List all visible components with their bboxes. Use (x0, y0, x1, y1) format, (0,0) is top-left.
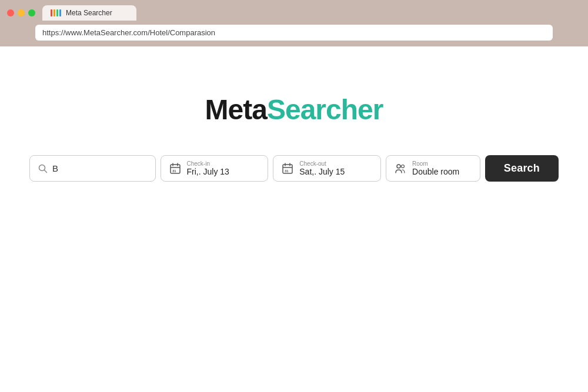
checkout-label: Check-out (299, 160, 345, 167)
tab-favicon (51, 9, 61, 16)
location-input[interactable] (52, 163, 147, 173)
room-field[interactable]: Room Double room (386, 155, 480, 182)
svg-line-1 (45, 170, 47, 172)
checkin-value: Fri,. July 13 (187, 167, 229, 176)
checkout-field[interactable]: 31 Check-out Sat,. July 15 (273, 155, 381, 182)
room-field-inner: Room Double room (412, 160, 459, 176)
logo-meta: Meta (205, 94, 267, 125)
checkin-calendar-icon: 31 (169, 163, 181, 175)
checkout-value: Sat,. July 15 (299, 167, 345, 176)
checkout-calendar-icon: 31 (282, 163, 293, 175)
svg-text:31: 31 (172, 169, 176, 173)
room-value: Double room (412, 167, 459, 176)
svg-point-12 (397, 165, 400, 168)
logo-searcher: Searcher (267, 94, 383, 125)
svg-text:31: 31 (285, 169, 289, 173)
checkout-field-inner: Check-out Sat,. July 15 (299, 160, 345, 176)
browser-tab[interactable]: Meta Searcher (42, 5, 136, 21)
close-button[interactable] (7, 9, 14, 16)
minimize-button[interactable] (18, 9, 25, 16)
browser-chrome: Meta Searcher https://www.MetaSearcher.c… (0, 0, 588, 46)
checkin-field-inner: Check-in Fri,. July 13 (187, 160, 229, 176)
svg-point-13 (402, 165, 405, 167)
room-label: Room (412, 160, 459, 167)
address-bar-row: https://www.MetaSearcher.com/Hotel/Compa… (0, 21, 588, 46)
window-controls (7, 9, 35, 16)
search-button[interactable]: Search (485, 155, 559, 182)
location-field[interactable] (29, 155, 156, 182)
page-content: MetaSearcher 31 Check-in Fri,. July 13 (0, 46, 588, 391)
checkin-field[interactable]: 31 Check-in Fri,. July 13 (161, 155, 269, 182)
checkin-label: Check-in (187, 160, 229, 167)
title-bar: Meta Searcher (0, 0, 588, 21)
search-icon (38, 164, 48, 173)
search-bar: 31 Check-in Fri,. July 13 31 Check-out S… (29, 155, 559, 182)
maximize-button[interactable] (28, 9, 35, 16)
address-bar[interactable]: https://www.MetaSearcher.com/Hotel/Compa… (35, 25, 553, 41)
tab-title: Meta Searcher (66, 9, 112, 17)
room-people-icon (395, 163, 406, 175)
logo: MetaSearcher (205, 93, 383, 126)
